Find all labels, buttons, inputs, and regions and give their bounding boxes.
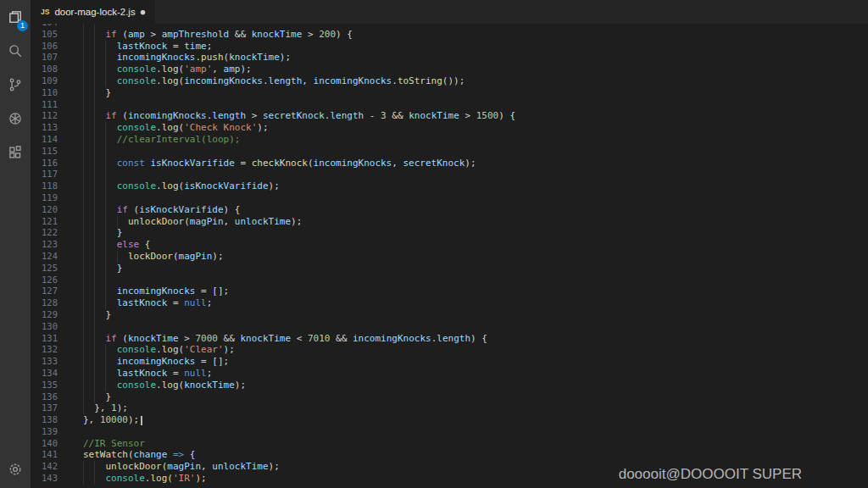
line-number[interactable]: 128 (31, 297, 58, 309)
code-editor[interactable]: 104105if (amp > ampThreshold && knockTim… (31, 24, 868, 488)
line-number[interactable]: 116 (31, 158, 58, 169)
line-number[interactable]: 130 (31, 321, 58, 333)
line-number[interactable]: 120 (31, 204, 58, 216)
line-number[interactable]: 127 (31, 286, 58, 297)
code-line[interactable]: 120if (isKnockVarifide) { (31, 204, 868, 216)
line-number[interactable]: 131 (31, 333, 58, 345)
indent-guide (83, 297, 94, 309)
indent-guide (83, 216, 94, 228)
code-line[interactable]: 125} (31, 263, 868, 274)
code-line[interactable]: 135console.log(knockTime); (31, 380, 868, 391)
activity-item-settings[interactable] (0, 451, 31, 488)
code-line[interactable]: 137}, 1); (31, 402, 868, 414)
code-line[interactable]: 138}, 10000); (31, 414, 868, 426)
code-line[interactable]: 127incomingKnocks = []; (31, 286, 868, 297)
activity-item-search[interactable] (0, 34, 31, 68)
activity-item-extensions[interactable] (0, 136, 31, 169)
code-line[interactable]: 110} (31, 87, 868, 99)
code-line[interactable]: 130 (31, 321, 868, 333)
line-number[interactable]: 114 (31, 134, 58, 146)
indent-guide (83, 204, 94, 216)
code-line[interactable]: 108console.log('amp', amp); (31, 64, 868, 75)
indent-guide (105, 297, 116, 309)
line-number[interactable]: 133 (31, 356, 58, 368)
activity-item-explorer[interactable]: 1 (0, 0, 31, 34)
code-line[interactable]: 124lockDoor(magPin); (31, 251, 868, 263)
code-line[interactable]: 118console.log(isKnockVarifide); (31, 180, 868, 192)
code-text (58, 169, 117, 180)
code-line[interactable]: 129} (31, 309, 868, 321)
indent-guide (105, 75, 116, 87)
code-line[interactable]: 126 (31, 274, 868, 286)
line-number[interactable]: 115 (31, 146, 58, 158)
indent-guide (117, 216, 128, 228)
line-number[interactable]: 117 (31, 169, 58, 180)
code-line[interactable]: 107incomingKnocks.push(knockTime); (31, 52, 868, 64)
indent-guide (94, 473, 105, 485)
line-number[interactable]: 140 (31, 438, 58, 450)
code-line[interactable]: 121unlockDoor(magPin, unlockTime); (31, 216, 868, 228)
extension-icon (8, 111, 23, 126)
line-number[interactable]: 126 (31, 274, 58, 286)
code-line[interactable]: 128lastKnock = null; (31, 297, 868, 309)
code-line[interactable]: 141setWatch(change => { (31, 449, 868, 461)
code-line[interactable]: 115 (31, 146, 868, 158)
line-number[interactable]: 124 (31, 251, 58, 263)
code-line[interactable]: 134lastKnock = null; (31, 368, 868, 380)
code-line[interactable]: 119 (31, 192, 868, 204)
code-line[interactable]: 117 (31, 169, 868, 180)
code-line[interactable]: 142unlockDoor(magPin, unlockTime); (31, 461, 868, 473)
line-number[interactable]: 118 (31, 180, 58, 192)
code-line[interactable]: 109console.log(incomingKnocks.length, in… (31, 75, 868, 87)
code-line[interactable]: 106lastKnock = time; (31, 41, 868, 53)
line-number[interactable]: 137 (31, 402, 58, 414)
line-number[interactable]: 110 (31, 87, 58, 99)
editor-area: JS door-mag-lock-2.js ● 104105if (amp > … (31, 0, 868, 488)
line-number[interactable]: 135 (31, 380, 58, 391)
line-number[interactable]: 106 (31, 41, 58, 53)
tab-door-mag-lock-2[interactable]: JS door-mag-lock-2.js ● (31, 0, 155, 24)
line-number[interactable]: 134 (31, 368, 58, 380)
code-line[interactable]: 112if (incomingKnocks.length > secretKno… (31, 110, 868, 122)
indent-guide (94, 134, 105, 146)
line-number[interactable]: 108 (31, 64, 58, 75)
line-number[interactable]: 113 (31, 122, 58, 134)
code-line[interactable]: 133incomingKnocks = []; (31, 356, 868, 368)
code-line[interactable]: 136} (31, 391, 868, 403)
line-number[interactable]: 141 (31, 449, 58, 461)
line-number[interactable]: 109 (31, 75, 58, 87)
line-number[interactable]: 105 (31, 29, 58, 41)
line-number[interactable]: 142 (31, 461, 58, 473)
modified-dot-icon[interactable]: ● (141, 8, 145, 16)
code-line[interactable]: 111 (31, 99, 868, 111)
line-number[interactable]: 139 (31, 426, 58, 438)
code-line[interactable]: 140//IR Sensor (31, 438, 868, 450)
code-line[interactable]: 105if (amp > ampThreshold && knockTime >… (31, 29, 868, 41)
line-number[interactable]: 119 (31, 192, 58, 204)
line-number[interactable]: 125 (31, 263, 58, 274)
activity-item-source-control[interactable] (0, 68, 31, 102)
code-line[interactable]: 122} (31, 227, 868, 239)
line-number[interactable]: 121 (31, 216, 58, 228)
indent-guide (83, 180, 94, 192)
line-number[interactable]: 132 (31, 344, 58, 356)
code-line[interactable]: 132console.log('Clear'); (31, 344, 868, 356)
activity-item-extension[interactable] (0, 102, 31, 136)
line-number[interactable]: 129 (31, 309, 58, 321)
code-line[interactable]: 143console.log('IR'); (31, 473, 868, 485)
line-number[interactable]: 107 (31, 52, 58, 64)
code-line[interactable]: 131if (knockTime > 7000 && knockTime < 7… (31, 333, 868, 345)
code-line[interactable]: 114//clearInterval(loop); (31, 134, 868, 146)
code-line[interactable]: 139 (31, 426, 868, 438)
line-number[interactable]: 138 (31, 414, 58, 426)
code-line[interactable]: 113console.log('Check Knock'); (31, 122, 868, 134)
line-number[interactable]: 143 (31, 473, 58, 485)
line-number[interactable]: 136 (31, 391, 58, 403)
line-number[interactable]: 122 (31, 227, 58, 239)
code-line[interactable]: 116const isKnockVarifide = checkKnock(in… (31, 158, 868, 169)
line-number[interactable]: 112 (31, 110, 58, 122)
line-number[interactable]: 111 (31, 99, 58, 111)
code-line[interactable]: 123else { (31, 239, 868, 251)
indent-guide (83, 99, 94, 111)
line-number[interactable]: 123 (31, 239, 58, 251)
